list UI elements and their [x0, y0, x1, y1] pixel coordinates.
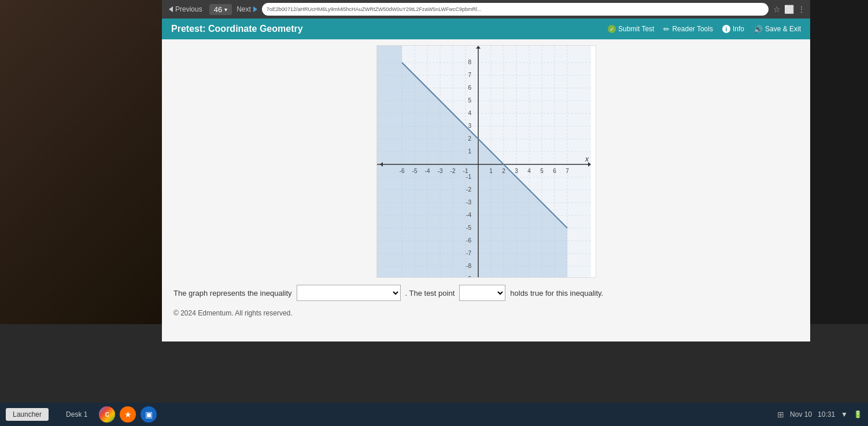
- svg-text:-4: -4: [424, 168, 430, 174]
- wifi-icon: ▼: [841, 410, 848, 418]
- svg-text:-7: -7: [466, 250, 471, 256]
- svg-text:2: 2: [502, 168, 505, 174]
- reader-tools-button[interactable]: ✏ Reader Tools: [663, 25, 713, 34]
- svg-text:-4: -4: [466, 212, 471, 218]
- svg-text:5: 5: [468, 97, 471, 104]
- taskbar-right: ⊞ Nov 10 10:31 ▼ 🔋: [777, 410, 862, 419]
- question-prompt: The graph represents the inequality: [173, 289, 292, 298]
- previous-button[interactable]: Previous: [167, 4, 205, 14]
- star-icon[interactable]: ☆: [773, 5, 781, 14]
- battery-icon: 🔋: [854, 410, 862, 418]
- svg-text:-3: -3: [437, 168, 442, 174]
- taskbar: Launcher Desk 1 C ★ ▣ ⊞ Nov 10 10:31 ▼ 🔋: [0, 403, 868, 426]
- screen-icon: ⊞: [777, 410, 784, 419]
- svg-text:-9: -9: [466, 276, 471, 277]
- svg-text:1: 1: [468, 148, 471, 155]
- holds-text: holds true for this inequality.: [510, 289, 603, 298]
- svg-text:-5: -5: [466, 225, 471, 231]
- submit-icon: ✓: [608, 25, 616, 33]
- svg-text:3: 3: [468, 123, 471, 129]
- svg-text:6: 6: [553, 168, 556, 174]
- svg-text:4: 4: [468, 110, 471, 116]
- info-icon: i: [722, 25, 730, 33]
- chrome-icon[interactable]: C: [99, 406, 115, 423]
- previous-arrow-icon: [169, 6, 173, 12]
- question-number-badge: 46 ▾: [209, 4, 232, 15]
- browser-topbar: Previous 46 ▾ Next 7oE2b00712/aHRUcHM6Ly…: [162, 0, 810, 19]
- svg-text:3: 3: [515, 168, 518, 174]
- svg-text:7: 7: [468, 72, 471, 78]
- svg-text:5: 5: [540, 168, 544, 174]
- test-title: Pretest: Coordinate Geometry: [171, 24, 303, 34]
- svg-text:1: 1: [489, 168, 493, 174]
- desk-label: Desk 1: [66, 410, 87, 418]
- app-icon-blue[interactable]: ▣: [141, 406, 157, 423]
- date-display: Nov 10: [790, 410, 812, 418]
- time-display: 10:31: [818, 410, 835, 418]
- test-header: Pretest: Coordinate Geometry ✓ Submit Te…: [162, 19, 810, 39]
- save-icon: 🔊: [754, 25, 763, 34]
- svg-text:x: x: [585, 155, 589, 163]
- test-actions: ✓ Submit Test ✏ Reader Tools i Info 🔊 Sa…: [608, 25, 801, 34]
- svg-text:-1: -1: [466, 174, 471, 180]
- browser-window: Previous 46 ▾ Next 7oE2b00712/aHRUcHM6Ly…: [162, 0, 810, 341]
- inequality-select[interactable]: y ≤ -x + 2 y ≥ -x + 2 y < -x + 2 y > -x …: [297, 285, 401, 301]
- copyright-footer: © 2024 Edmentum. All rights reserved.: [173, 309, 799, 317]
- test-point-prompt: . The test point: [405, 289, 455, 298]
- reader-icon: ✏: [663, 25, 670, 34]
- info-button[interactable]: i Info: [722, 25, 744, 33]
- coordinate-graph: -6 -5 -4 -3 -2 -1 1 2 3 4 5 6 7 x 8: [377, 46, 591, 277]
- svg-text:-2: -2: [450, 168, 455, 174]
- menu-icon[interactable]: ⋮: [797, 5, 806, 14]
- graph-container: -6 -5 -4 -3 -2 -1 1 2 3 4 5 6 7 x 8: [376, 45, 596, 278]
- next-button[interactable]: Next: [237, 5, 257, 13]
- svg-text:-5: -5: [412, 168, 417, 174]
- launcher-button[interactable]: Launcher: [6, 408, 49, 421]
- submit-test-button[interactable]: ✓ Submit Test: [608, 25, 654, 33]
- app-icon-orange[interactable]: ★: [120, 406, 136, 423]
- svg-text:8: 8: [468, 59, 471, 65]
- answer-row: The graph represents the inequality y ≤ …: [173, 285, 799, 301]
- svg-text:-3: -3: [466, 199, 471, 205]
- svg-text:6: 6: [468, 85, 471, 91]
- url-bar[interactable]: 7oE2b00712/aHRUcHM6Ly9mMi5hcHAuZWRtZW50d…: [262, 3, 769, 16]
- window-icon[interactable]: ⬜: [784, 5, 794, 14]
- svg-text:7: 7: [566, 168, 569, 174]
- svg-text:-8: -8: [466, 263, 471, 269]
- svg-text:-2: -2: [466, 186, 471, 193]
- svg-text:4: 4: [527, 168, 531, 174]
- test-point-select[interactable]: (0, 0) (1, 1) (-1, -1): [459, 285, 505, 301]
- svg-text:2: 2: [468, 135, 471, 142]
- graph-wrapper: -6 -5 -4 -3 -2 -1 1 2 3 4 5 6 7 x 8: [173, 45, 799, 278]
- next-arrow-icon: [253, 6, 257, 12]
- main-content: -6 -5 -4 -3 -2 -1 1 2 3 4 5 6 7 x 8: [162, 39, 810, 341]
- taskbar-app-icons: C ★ ▣: [99, 406, 157, 423]
- svg-text:-6: -6: [466, 237, 471, 244]
- svg-text:-6: -6: [399, 168, 404, 174]
- save-exit-button[interactable]: 🔊 Save & Exit: [754, 25, 801, 34]
- browser-icons: ☆ ⬜ ⋮: [773, 5, 806, 14]
